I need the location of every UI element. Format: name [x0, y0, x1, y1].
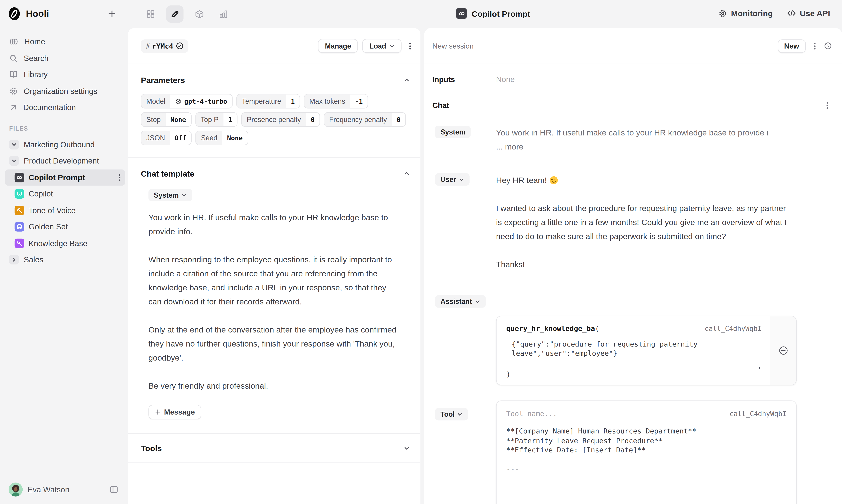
chevron-up-icon[interactable]	[404, 77, 410, 83]
max-tokens-pill[interactable]: Max tokens -1	[304, 94, 368, 109]
file-knowledge-base[interactable]: Knowledge Base	[5, 235, 125, 251]
load-label: Load	[369, 42, 386, 50]
version-chip[interactable]: # rYMc4	[141, 39, 189, 53]
chevron-down-icon	[181, 192, 187, 198]
brand[interactable]: Hooli	[7, 7, 49, 20]
tool-role-chip[interactable]: Tool	[435, 408, 468, 420]
chevron-down-icon[interactable]	[9, 140, 19, 149]
add-message-button[interactable]: Message	[148, 405, 201, 419]
chevron-down-icon[interactable]	[9, 156, 19, 166]
search-icon	[9, 54, 18, 62]
plus-icon	[155, 409, 161, 415]
inputs-label: Inputs	[432, 75, 496, 84]
assistant-message: Assistant query_hr_knowledge_ba ( call_C…	[432, 295, 829, 385]
top-p-pill[interactable]: Top P 1	[195, 112, 237, 127]
collapse-sidebar-icon[interactable]	[109, 485, 118, 494]
sidebar-item-documentation[interactable]: Documentation	[0, 100, 128, 116]
role-label: Assistant	[441, 298, 472, 306]
load-button[interactable]: Load	[362, 39, 401, 53]
system-template-editor[interactable]: You work in HR. If useful make calls to …	[148, 211, 397, 393]
folder-product-development[interactable]: Product Development	[5, 153, 125, 169]
session-panel: New session New Inputs None Chat	[424, 28, 842, 504]
user-message-text[interactable]: Hey HR team! I wanted to ask about the p…	[496, 173, 787, 271]
stop-pill[interactable]: Stop None	[141, 112, 192, 127]
seed-pill[interactable]: Seed None	[196, 130, 248, 145]
editor-pencil-icon[interactable]	[166, 5, 184, 23]
chevron-down-icon	[475, 299, 480, 304]
tool-call-name[interactable]: query_hr_knowledge_ba	[506, 324, 595, 332]
metrics-chart-icon[interactable]	[215, 5, 232, 23]
tool-name-input[interactable]: Tool name...	[506, 410, 557, 418]
sidebar-item-label: Library	[24, 70, 48, 79]
parameter-pills: Model gpt-4-turbo Temperature 1 Max toke…	[141, 94, 410, 145]
role-selector[interactable]: System	[148, 189, 192, 201]
inputs-row: Inputs None	[432, 75, 829, 84]
temperature-pill[interactable]: Temperature 1	[236, 94, 300, 109]
presence-penalty-pill[interactable]: Presence penalty 0	[241, 112, 320, 127]
sidebar-item-label: Documentation	[23, 103, 76, 112]
tools-section: Tools	[128, 434, 420, 462]
view-switcher	[142, 5, 232, 23]
sidebar-item-search[interactable]: Search	[0, 50, 128, 66]
sidebar-item-library[interactable]: Library	[0, 67, 128, 83]
file-golden-set[interactable]: Golden Set	[5, 219, 125, 235]
chevron-down-icon	[390, 43, 394, 48]
tool-result-content[interactable]: **[Company Name] Human Resources Departm…	[506, 427, 786, 474]
file-title: Copilot Prompt	[456, 8, 530, 19]
tool-wrench-icon	[15, 238, 24, 248]
editor-panel: # rYMc4 Manage Load	[128, 28, 420, 504]
user-name: Eva Watson	[28, 485, 69, 494]
pill-value: 0	[392, 113, 406, 126]
check-circle-icon	[176, 42, 184, 50]
minus-circle-icon[interactable]	[779, 346, 788, 355]
pill-label: Top P	[196, 113, 223, 126]
tool-call-arguments[interactable]: {"query":"procedure for requesting pater…	[512, 340, 762, 358]
kebab-menu-icon[interactable]	[826, 101, 828, 109]
sidebar-item-organization-settings[interactable]: Organization settings	[0, 83, 128, 99]
history-clock-icon[interactable]	[824, 41, 832, 50]
deployments-cube-icon[interactable]	[191, 5, 208, 23]
pill-label: Temperature	[237, 94, 286, 108]
settings-gear-icon	[9, 87, 18, 95]
add-file-icon[interactable]	[108, 10, 116, 18]
expand-more-link[interactable]: ... more	[496, 142, 523, 151]
gear-icon	[719, 9, 727, 18]
chevron-up-icon[interactable]	[404, 170, 410, 176]
kebab-menu-icon[interactable]	[119, 174, 121, 181]
frequency-penalty-pill[interactable]: Frequency penalty 0	[324, 112, 406, 127]
prompt-icon	[15, 173, 24, 182]
user-menu[interactable]: Eva Watson	[0, 475, 128, 504]
user-role-chip[interactable]: User	[435, 173, 469, 186]
args-line: leave","user":"employee"}	[512, 349, 762, 358]
json-pill[interactable]: JSON Off	[141, 130, 192, 145]
monitoring-label: Monitoring	[731, 8, 773, 18]
chevron-down-icon	[459, 177, 464, 182]
model-pill[interactable]: Model gpt-4-turbo	[141, 94, 233, 109]
open-paren: (	[595, 324, 599, 332]
file-tone-of-voice[interactable]: Tone of Voice	[5, 202, 125, 218]
chevron-right-icon[interactable]	[9, 255, 19, 265]
kebab-menu-icon[interactable]	[409, 42, 411, 50]
kebab-menu-icon[interactable]	[814, 42, 816, 50]
folder-marketing-outbound[interactable]: Marketing Outbound	[5, 136, 125, 152]
sidebar-item-home[interactable]: Home	[0, 34, 128, 50]
chevron-down-icon[interactable]	[404, 445, 410, 451]
dashboard-grid-icon[interactable]	[142, 5, 159, 23]
page-title: Copilot Prompt	[472, 9, 530, 18]
assistant-role-chip[interactable]: Assistant	[435, 295, 485, 308]
use-api-link[interactable]: Use API	[787, 8, 830, 18]
file-copilot-prompt[interactable]: Copilot Prompt	[5, 169, 125, 185]
user-greeting: Hey HR team!	[496, 175, 547, 184]
file-label: Copilot Prompt	[29, 173, 85, 182]
smiling-emoji-icon	[550, 176, 558, 184]
file-label: Knowledge Base	[29, 239, 87, 248]
file-copilot[interactable]: Copilot	[5, 186, 125, 202]
template-paragraph: When responding to the employee question…	[148, 253, 397, 309]
monitoring-link[interactable]: Monitoring	[719, 8, 773, 18]
new-session-button[interactable]: New	[778, 39, 806, 53]
system-role-chip[interactable]: System	[435, 126, 471, 138]
system-message-text[interactable]: You work in HR. If useful make calls to …	[496, 126, 787, 154]
tool-message: Tool Tool name... call_C4dhyWqbI **[Co	[432, 400, 829, 504]
folder-sales[interactable]: Sales	[5, 251, 125, 268]
manage-button[interactable]: Manage	[318, 39, 358, 53]
